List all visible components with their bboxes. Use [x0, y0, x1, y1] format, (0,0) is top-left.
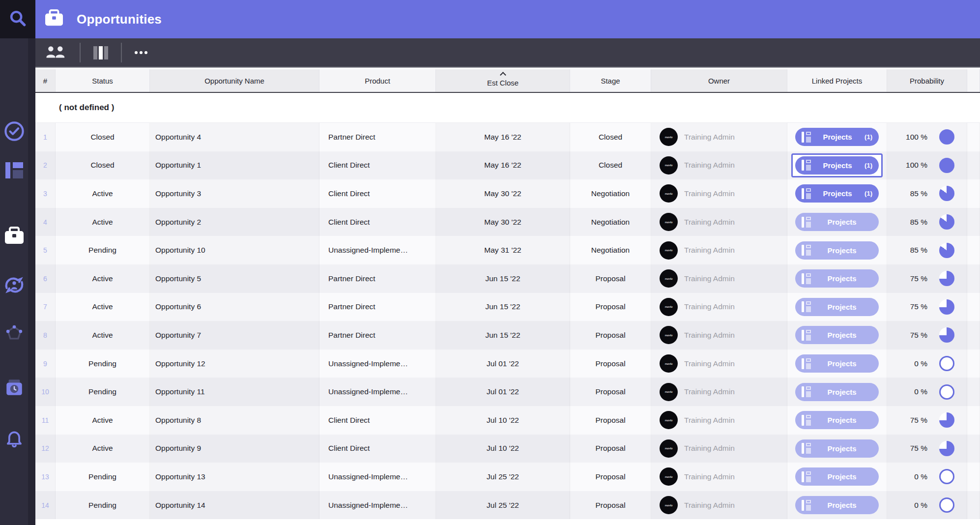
projects-pill-wrap: Projects [795, 326, 879, 344]
table-row[interactable]: 3 Active Opportunity 3 Client Direct May… [35, 179, 980, 208]
projects-label: Projects [811, 472, 872, 481]
projects-button[interactable]: Projects [795, 326, 879, 344]
table-row[interactable]: 10 Pending Opportunity 11 Unassigned-Imp… [35, 378, 980, 406]
probability-value: 0 % [914, 359, 927, 368]
probability-value: 100 % [906, 133, 927, 142]
network-polygon-icon [4, 323, 25, 346]
table-row[interactable]: 1 Closed Opportunity 4 Partner Direct Ma… [35, 123, 980, 151]
projects-count: (1) [865, 133, 872, 141]
column-header-num[interactable]: # [35, 69, 56, 92]
probability-pie-icon [939, 384, 954, 400]
sidebar-item-opportunities[interactable] [0, 226, 28, 248]
projects-button[interactable]: Projects [795, 354, 879, 373]
toolbar-divider [121, 43, 122, 62]
sidebar-item-projects[interactable] [0, 159, 28, 181]
probability-cell: 85 % [887, 208, 967, 236]
spacer-cell [967, 293, 980, 321]
sidebar-item-resourcing[interactable] [0, 275, 28, 297]
projects-count: (1) [865, 190, 872, 197]
projects-label: Projects [811, 416, 872, 424]
est-close-cell: Jul 10 '22 [436, 406, 570, 435]
assignees-button[interactable] [45, 43, 67, 62]
column-header-est-close[interactable]: Est Close [436, 69, 570, 92]
table-row[interactable]: 13 Pending Opportunity 13 Unassigned-Imp… [35, 463, 980, 491]
spacer-cell [967, 123, 980, 151]
stage-cell: Proposal [570, 463, 651, 491]
probability-cell: 75 % [887, 293, 967, 321]
product-cell: Partner Direct [319, 321, 436, 350]
column-header-owner[interactable]: Owner [651, 69, 787, 92]
est-close-cell: May 31 '22 [436, 236, 570, 264]
table-row[interactable]: 7 Active Opportunity 6 Partner Direct Ju… [35, 293, 980, 321]
sidebar-item-insights[interactable] [0, 323, 28, 345]
bell-icon [4, 428, 25, 450]
opportunity-name-cell: Opportunity 2 [150, 208, 319, 236]
projects-button[interactable]: Projects [795, 213, 879, 231]
product-cell: Client Direct [319, 406, 436, 435]
opportunity-name-cell: Opportunity 4 [150, 123, 319, 151]
row-number: 12 [35, 435, 56, 463]
projects-label: Projects [811, 161, 864, 170]
sidebar-item-notifications[interactable] [0, 428, 28, 450]
projects-cell: Projects (1) [787, 179, 887, 208]
table-row[interactable]: 5 Pending Opportunity 10 Unassigned-Impl… [35, 236, 980, 264]
projects-label: Projects [811, 189, 864, 198]
table-row[interactable]: 2 Closed Opportunity 1 Client Direct May… [35, 151, 980, 180]
table-row[interactable]: 14 Pending Opportunity 14 Unassigned-Imp… [35, 491, 980, 520]
table-row[interactable]: 12 Active Opportunity 9 Client Direct Ju… [35, 435, 980, 463]
table-row[interactable]: 8 Active Opportunity 7 Partner Direct Ju… [35, 321, 980, 350]
kanban-board-icon [802, 330, 811, 341]
kanban-board-icon [802, 415, 811, 426]
table-row[interactable]: 6 Active Opportunity 5 Partner Direct Ju… [35, 264, 980, 293]
projects-button[interactable]: Projects (1) [795, 128, 879, 146]
projects-button[interactable]: Projects [795, 269, 879, 288]
projects-cell: Projects [787, 491, 887, 520]
projects-button[interactable]: Projects (1) [795, 184, 879, 203]
opportunity-name-cell: Opportunity 13 [150, 463, 319, 491]
projects-button[interactable]: Projects [795, 439, 879, 458]
projects-label: Projects [811, 246, 872, 255]
projects-button[interactable]: Projects [795, 411, 879, 429]
column-header-probability[interactable]: Probability [887, 69, 967, 92]
more-options-button[interactable] [135, 43, 147, 62]
spacer-cell [967, 264, 980, 293]
sidebar-item-tasks[interactable] [0, 121, 28, 143]
probability-cell: 85 % [887, 236, 967, 264]
projects-button[interactable]: Projects [795, 241, 879, 260]
owner-name: Training Admin [684, 387, 735, 396]
column-header-stage[interactable]: Stage [570, 69, 651, 92]
kanban-board-icon [802, 245, 811, 256]
column-header-product[interactable]: Product [319, 69, 436, 92]
projects-cell: Projects [787, 264, 887, 293]
column-header-linked-projects[interactable]: Linked Projects [787, 69, 887, 92]
projects-button[interactable]: Projects (1) [795, 156, 879, 175]
product-cell: Unassigned-Impleme… [319, 463, 436, 491]
probability-pie-icon [939, 158, 954, 173]
product-cell: Unassigned-Impleme… [319, 350, 436, 378]
stage-cell: Proposal [570, 350, 651, 378]
probability-pie-icon [939, 497, 954, 513]
projects-pill-wrap: Projects [795, 213, 879, 231]
est-close-cell: Jul 01 '22 [436, 378, 570, 406]
column-header-opportunity-name[interactable]: Opportunity Name [150, 69, 319, 92]
projects-button[interactable]: Projects [795, 496, 879, 514]
projects-button[interactable]: Projects [795, 467, 879, 486]
est-close-cell: May 16 '22 [436, 151, 570, 180]
est-close-cell: May 30 '22 [436, 208, 570, 236]
columns-view-button[interactable] [93, 43, 108, 62]
search-button[interactable] [0, 0, 35, 38]
table-row[interactable]: 11 Active Opportunity 8 Client Direct Ju… [35, 406, 980, 435]
owner-avatar: mavla [660, 298, 678, 316]
sidebar-item-timesheets[interactable] [0, 378, 28, 399]
est-close-cell: Jul 01 '22 [436, 350, 570, 378]
stage-cell: Proposal [570, 321, 651, 350]
table-row[interactable]: 9 Pending Opportunity 12 Unassigned-Impl… [35, 350, 980, 378]
status-cell: Active [56, 406, 150, 435]
table-row[interactable]: 4 Active Opportunity 2 Client Direct May… [35, 208, 980, 236]
projects-button[interactable]: Projects [795, 298, 879, 316]
projects-pill-wrap: Projects (1) [795, 128, 879, 146]
projects-button[interactable]: Projects [795, 383, 879, 401]
column-header-status[interactable]: Status [56, 69, 150, 92]
owner-cell: mavla Training Admin [651, 463, 787, 491]
group-header-row: ( not defined ) [35, 93, 980, 123]
